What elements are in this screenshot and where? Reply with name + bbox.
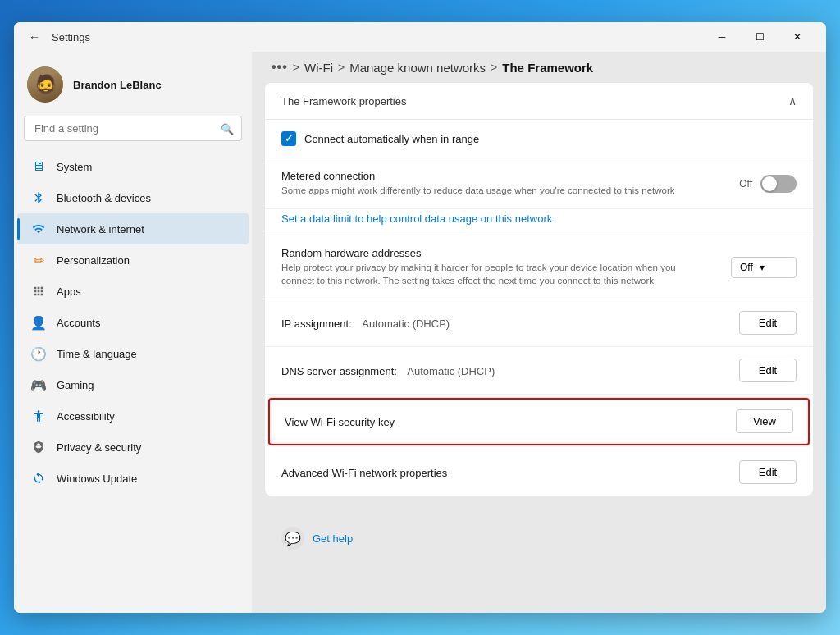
- search-box: 🔍: [24, 116, 242, 141]
- sidebar-item-gaming[interactable]: 🎮 Gaming: [17, 369, 249, 400]
- sidebar-item-personalization[interactable]: ✏ Personalization: [17, 244, 249, 276]
- sidebar-label-personalization: Personalization: [57, 254, 130, 267]
- advanced-row: Advanced Wi-Fi network properties Edit: [265, 449, 813, 496]
- sidebar-label-network: Network & internet: [57, 223, 144, 235]
- main-content: ••• > Wi-Fi > Manage known networks > Th…: [252, 52, 826, 613]
- connect-auto-label: Connect automatically when in range: [304, 133, 479, 145]
- connect-auto-row: ✓ Connect automatically when in range: [265, 120, 813, 158]
- random-hw-control: Off ▾: [731, 257, 797, 278]
- sidebar-item-network[interactable]: Network & internet: [17, 213, 249, 244]
- content-area: 🧔 Brandon LeBlanc 🔍 🖥 System Bluetooth &…: [14, 52, 826, 613]
- random-hw-info: Random hardware addresses Help protect y…: [281, 247, 731, 287]
- sidebar-item-bluetooth[interactable]: Bluetooth & devices: [17, 182, 249, 213]
- ip-info: IP assignment: Automatic (DHCP): [281, 316, 739, 331]
- update-icon: [30, 470, 47, 487]
- sidebar-label-bluetooth: Bluetooth & devices: [57, 192, 151, 204]
- metered-info: Metered connection Some apps might work …: [281, 170, 739, 197]
- metered-state-label: Off: [739, 178, 752, 190]
- metered-label: Metered connection: [281, 170, 739, 182]
- sidebar-item-accessibility[interactable]: Accessibility: [17, 400, 249, 432]
- dns-row: DNS server assignment: Automatic (DHCP) …: [265, 347, 813, 395]
- ip-label: IP assignment:: [281, 318, 352, 330]
- sidebar-label-accessibility: Accessibility: [57, 410, 115, 423]
- sidebar: 🧔 Brandon LeBlanc 🔍 🖥 System Bluetooth &…: [14, 52, 252, 613]
- dns-control: Edit: [739, 359, 797, 382]
- checkmark-icon: ✓: [285, 133, 293, 144]
- metered-toggle[interactable]: [760, 175, 797, 193]
- metered-desc: Some apps might work differently to redu…: [281, 184, 692, 197]
- ip-edit-button[interactable]: Edit: [739, 311, 797, 335]
- search-icon: 🔍: [221, 122, 234, 135]
- get-help-row: 💬 Get help: [265, 515, 813, 561]
- advanced-control: Edit: [739, 460, 797, 484]
- collapse-icon[interactable]: ∧: [788, 94, 797, 107]
- sidebar-item-system[interactable]: 🖥 System: [17, 151, 249, 182]
- sidebar-label-privacy: Privacy & security: [57, 441, 141, 454]
- random-hw-value: Off: [740, 262, 753, 273]
- advanced-info: Advanced Wi-Fi network properties: [281, 465, 739, 480]
- breadcrumb: ••• > Wi-Fi > Manage known networks > Th…: [252, 52, 826, 83]
- framework-properties-panel: The Framework properties ∧ ✓ Connect aut…: [265, 83, 813, 496]
- title-bar: ← Settings ─ ☐ ✕: [14, 22, 826, 52]
- wifi-key-row: View Wi-Fi security key View: [268, 398, 810, 445]
- metered-connection-row: Metered connection Some apps might work …: [265, 158, 813, 209]
- user-name: Brandon LeBlanc: [73, 79, 162, 91]
- breadcrumb-wifi[interactable]: Wi-Fi: [304, 61, 333, 75]
- sidebar-label-update: Windows Update: [57, 473, 137, 485]
- avatar: 🧔: [27, 66, 63, 103]
- time-icon: 🕐: [30, 345, 47, 362]
- dns-info: DNS server assignment: Automatic (DHCP): [281, 363, 739, 378]
- sidebar-label-gaming: Gaming: [57, 379, 94, 391]
- bluetooth-icon: [30, 190, 47, 206]
- breadcrumb-dots: •••: [272, 60, 288, 75]
- dropdown-arrow-icon: ▾: [760, 262, 765, 273]
- privacy-icon: [30, 439, 47, 455]
- dns-edit-button[interactable]: Edit: [739, 359, 797, 382]
- data-limit-row: Set a data limit to help control data us…: [265, 209, 813, 235]
- accounts-icon: 👤: [30, 314, 47, 331]
- random-hw-row: Random hardware addresses Help protect y…: [265, 235, 813, 299]
- close-button[interactable]: ✕: [778, 24, 816, 50]
- breadcrumb-current: The Framework: [502, 61, 593, 75]
- wifi-key-info: View Wi-Fi security key: [285, 414, 736, 429]
- wifi-key-control: View: [736, 409, 793, 433]
- get-help-link[interactable]: Get help: [313, 532, 353, 545]
- sidebar-label-accounts: Accounts: [57, 317, 100, 329]
- breadcrumb-sep1: >: [293, 61, 299, 74]
- title-bar-left: ← Settings: [24, 27, 90, 47]
- breadcrumb-sep2: >: [338, 61, 345, 74]
- random-hw-label: Random hardware addresses: [281, 247, 731, 259]
- search-input[interactable]: [24, 116, 242, 141]
- maximize-button[interactable]: ☐: [741, 24, 778, 50]
- advanced-edit-button[interactable]: Edit: [739, 460, 797, 484]
- random-hw-dropdown[interactable]: Off ▾: [731, 257, 797, 278]
- accessibility-icon: [30, 408, 47, 424]
- sidebar-label-system: System: [57, 161, 92, 173]
- sidebar-item-time[interactable]: 🕐 Time & language: [17, 338, 249, 369]
- minimize-button[interactable]: ─: [703, 24, 741, 50]
- data-limit-link[interactable]: Set a data limit to help control data us…: [281, 212, 552, 225]
- back-button[interactable]: ←: [24, 27, 45, 47]
- toggle-thumb: [762, 176, 777, 191]
- settings-window: ← Settings ─ ☐ ✕ 🧔 Brandon LeBlanc 🔍: [14, 22, 826, 613]
- sidebar-label-apps: Apps: [57, 286, 81, 298]
- panel-title: The Framework properties: [281, 95, 406, 107]
- get-help-icon: 💬: [281, 527, 304, 550]
- breadcrumb-manage[interactable]: Manage known networks: [349, 61, 486, 75]
- personalization-icon: ✏: [30, 252, 47, 268]
- apps-icon: [30, 283, 47, 299]
- sidebar-item-apps[interactable]: Apps: [17, 276, 249, 307]
- ip-assignment-row: IP assignment: Automatic (DHCP) Edit: [265, 299, 813, 347]
- connect-auto-checkbox[interactable]: ✓: [281, 131, 296, 146]
- sidebar-item-accounts[interactable]: 👤 Accounts: [17, 307, 249, 338]
- window-controls: ─ ☐ ✕: [703, 24, 816, 50]
- wifi-key-view-button[interactable]: View: [736, 409, 793, 433]
- user-profile: 🧔 Brandon LeBlanc: [14, 58, 252, 116]
- avatar-image: 🧔: [27, 66, 63, 103]
- window-title: Settings: [52, 31, 90, 43]
- gaming-icon: 🎮: [30, 377, 47, 393]
- metered-control: Off: [739, 175, 797, 193]
- sidebar-item-update[interactable]: Windows Update: [17, 463, 249, 494]
- breadcrumb-sep3: >: [491, 61, 497, 74]
- sidebar-item-privacy[interactable]: Privacy & security: [17, 432, 249, 463]
